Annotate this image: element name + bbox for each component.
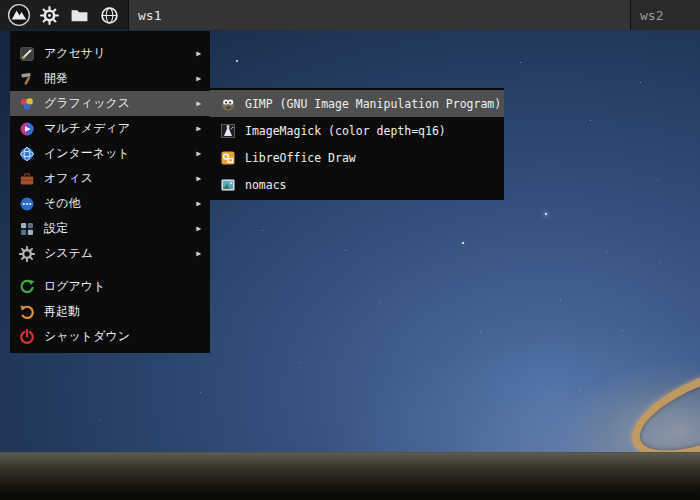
- browser-button[interactable]: [94, 0, 124, 30]
- menu-item-label: グラフィックス: [44, 95, 130, 112]
- gear-icon: [40, 6, 59, 25]
- menu-item-label: ログアウト: [44, 278, 105, 295]
- menu-item-label: システム: [44, 245, 93, 262]
- menu-item-internet[interactable]: インターネット ▶: [10, 141, 210, 166]
- graphics-icon: [19, 96, 35, 112]
- menu-item-shutdown[interactable]: シャットダウン: [10, 324, 210, 349]
- menu-item-other[interactable]: その他 ▶: [10, 191, 210, 216]
- workspace-ws1[interactable]: ws1: [128, 0, 630, 30]
- submenu-item-nomacs[interactable]: nomacs: [210, 171, 504, 198]
- menu-item-office[interactable]: オフィス ▶: [10, 166, 210, 191]
- menu-item-graphics[interactable]: グラフィックス ▶: [10, 91, 210, 116]
- workspace-ws2-label: ws2: [640, 8, 663, 23]
- submenu-arrow-icon: ▶: [196, 224, 201, 233]
- multimedia-icon: [19, 121, 35, 137]
- office-icon: [19, 171, 35, 187]
- submenu-item-label: GIMP (GNU Image Manipulation Program): [245, 97, 501, 111]
- settings-launcher-button[interactable]: [34, 0, 64, 30]
- folder-icon: [70, 6, 89, 25]
- app-menu-button[interactable]: [4, 0, 34, 30]
- menu-item-label: マルチメディア: [44, 120, 130, 137]
- launcher-area: [0, 0, 128, 30]
- applications-menu: アクセサリ ▶ 開発 ▶ グラフィックス ▶ マルチメディア ▶: [10, 31, 210, 353]
- nomacs-icon: [220, 177, 236, 193]
- other-icon: [19, 196, 35, 212]
- submenu-item-gimp[interactable]: GIMP (GNU Image Manipulation Program): [210, 90, 504, 117]
- settings-icon: [19, 221, 35, 237]
- menu-item-label: 再起動: [44, 303, 80, 320]
- system-icon: [19, 246, 35, 262]
- menu-item-label: インターネット: [44, 145, 130, 162]
- desktop: ws1 ws2 アクセサリ ▶ 開発 ▶ グラフィックス ▶: [0, 0, 700, 500]
- submenu-item-imagemagick[interactable]: ImageMagick (color depth=q16): [210, 117, 504, 144]
- development-icon: [19, 71, 35, 87]
- menu-item-settings[interactable]: 設定 ▶: [10, 216, 210, 241]
- top-bar: ws1 ws2: [0, 0, 700, 30]
- workspace-ws2[interactable]: ws2: [630, 0, 700, 30]
- file-manager-button[interactable]: [64, 0, 94, 30]
- imagemagick-icon: [220, 123, 236, 139]
- logout-icon: [19, 279, 35, 295]
- submenu-arrow-icon: ▶: [196, 199, 201, 208]
- submenu-item-label: nomacs: [245, 178, 287, 192]
- session-actions: ログアウト 再起動 シャットダウン: [10, 274, 210, 349]
- menu-item-label: 設定: [44, 220, 68, 237]
- ground: [0, 452, 700, 500]
- internet-icon: [19, 146, 35, 162]
- restart-icon: [19, 304, 35, 320]
- submenu-arrow-icon: ▶: [196, 149, 201, 158]
- menu-item-label: アクセサリ: [44, 45, 105, 62]
- menu-item-accessories[interactable]: アクセサリ ▶: [10, 41, 210, 66]
- libreoffice-draw-icon: [220, 150, 236, 166]
- submenu-arrow-icon: ▶: [196, 74, 201, 83]
- accessories-icon: [19, 46, 35, 62]
- submenu-arrow-icon: ▶: [196, 174, 201, 183]
- submenu-arrow-icon: ▶: [196, 124, 201, 133]
- gimp-icon: [220, 96, 236, 112]
- graphics-submenu: GIMP (GNU Image Manipulation Program) Im…: [210, 88, 504, 200]
- menu-item-development[interactable]: 開発 ▶: [10, 66, 210, 91]
- submenu-item-libreoffice-draw[interactable]: LibreOffice Draw: [210, 144, 504, 171]
- submenu-item-label: LibreOffice Draw: [245, 151, 356, 165]
- globe-icon: [100, 6, 119, 25]
- logo-icon: [7, 3, 31, 27]
- menu-item-label: 開発: [44, 70, 68, 87]
- workspace-ws1-label: ws1: [138, 8, 161, 23]
- menu-item-label: オフィス: [44, 170, 93, 187]
- submenu-arrow-icon: ▶: [196, 249, 201, 258]
- submenu-item-label: ImageMagick (color depth=q16): [245, 124, 446, 138]
- menu-item-multimedia[interactable]: マルチメディア ▶: [10, 116, 210, 141]
- submenu-arrow-icon: ▶: [196, 49, 201, 58]
- menu-item-label: シャットダウン: [44, 328, 130, 345]
- shutdown-icon: [19, 329, 35, 345]
- submenu-arrow-icon: ▶: [196, 99, 201, 108]
- menu-item-restart[interactable]: 再起動: [10, 299, 210, 324]
- menu-item-system[interactable]: システム ▶: [10, 241, 210, 266]
- menu-item-label: その他: [44, 195, 81, 212]
- menu-item-logout[interactable]: ログアウト: [10, 274, 210, 299]
